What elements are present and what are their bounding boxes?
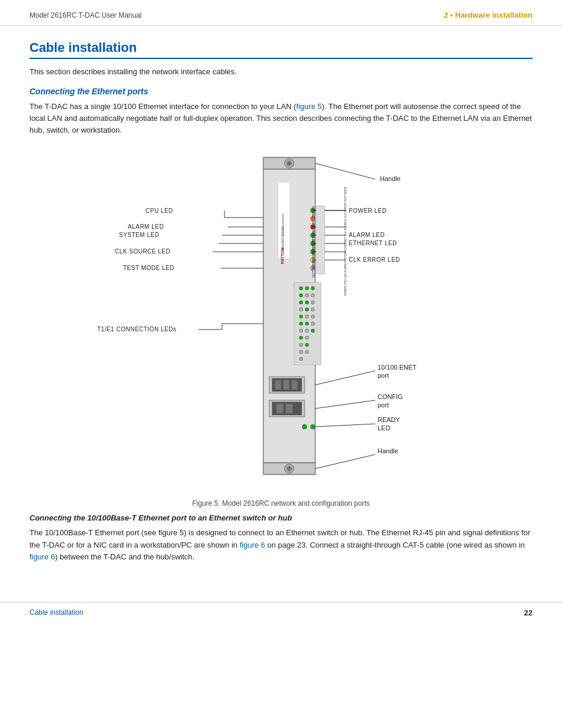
svg-text:port: port: [378, 401, 389, 409]
main-content: Cable installation This section describe…: [0, 26, 562, 590]
svg-line-92: [315, 424, 375, 427]
subsection2-body: The 10/100Base-T Ethernet port (see figu…: [29, 527, 533, 562]
svg-line-94: [315, 454, 375, 469]
svg-point-65: [302, 424, 307, 429]
svg-text:TEST MODE: TEST MODE: [312, 261, 315, 278]
svg-point-44: [311, 322, 315, 325]
svg-line-71: [315, 163, 375, 179]
label-test-mode-led: TEST MODE LED: [123, 265, 174, 271]
svg-point-64: [310, 424, 315, 429]
svg-text:LED: LED: [378, 424, 390, 431]
subsection1-body: The T-DAC has a single 10/100 Ethernet i…: [29, 101, 533, 136]
svg-point-40: [305, 315, 309, 318]
svg-point-54: [299, 357, 303, 361]
svg-text:port: port: [378, 372, 389, 379]
svg-point-39: [299, 315, 303, 318]
figure-caption: Figure 5. Model 2616RC network and confi…: [192, 499, 370, 508]
svg-point-33: [299, 301, 303, 304]
figure6-link2[interactable]: figure 6: [29, 552, 55, 561]
svg-point-34: [305, 301, 309, 304]
svg-text:T1E1 Concentrator: T1E1 Concentrator: [281, 214, 285, 239]
device-diagram: PATTON 2616RC T-DAC T1E1 Concentrator: [81, 147, 481, 495]
svg-point-41: [311, 315, 315, 318]
svg-rect-63: [286, 404, 293, 413]
svg-rect-57: [275, 380, 281, 390]
label-enet-port: 10/100 ENET: [378, 364, 416, 371]
svg-line-88: [315, 371, 375, 385]
figure-container: PATTON 2616RC T-DAC T1E1 Concentrator: [29, 147, 533, 508]
label-ready-led: READY: [378, 416, 401, 423]
svg-point-47: [311, 329, 315, 332]
label-handle-top: Handle: [380, 175, 401, 182]
svg-rect-96: [316, 206, 325, 274]
label-cpu-led: CPU LED: [146, 207, 173, 214]
svg-point-36: [299, 308, 303, 311]
figure5-link1[interactable]: figure 5: [296, 102, 322, 111]
svg-point-52: [299, 350, 303, 354]
intro-text: This section describes installing the ne…: [29, 67, 533, 76]
label-alarm-led: ALARM LED: [128, 223, 164, 230]
label-clk-error-led: CLK ERROR LED: [349, 256, 400, 263]
svg-point-43: [305, 322, 309, 325]
svg-text:POWER CPU LED ALARM SYSTEM ETH: POWER CPU LED ALARM SYSTEM ETHERNET CLK …: [344, 187, 347, 296]
label-config-port: CONFIG: [378, 393, 403, 400]
label-clk-source-led: CLK SOURCE LED: [115, 248, 170, 255]
svg-rect-59: [292, 380, 297, 390]
svg-point-32: [311, 294, 315, 297]
svg-point-51: [305, 343, 309, 347]
svg-point-28: [305, 286, 309, 290]
footer-page-number: 22: [524, 608, 533, 617]
label-handle-bottom: Handle: [378, 447, 398, 454]
svg-point-27: [299, 286, 303, 290]
svg-point-35: [311, 301, 315, 304]
svg-line-90: [315, 400, 375, 409]
svg-rect-62: [276, 404, 283, 413]
label-power-led: POWER LED: [349, 207, 387, 214]
svg-point-38: [311, 308, 315, 311]
section-title: Cable installation: [29, 40, 533, 59]
svg-rect-58: [283, 380, 289, 390]
svg-point-29: [311, 286, 315, 290]
figure6-link1[interactable]: figure 6: [240, 541, 265, 549]
subsection1-title: Connecting the Ethernet ports: [29, 87, 533, 96]
svg-point-30: [299, 294, 303, 297]
svg-point-42: [299, 322, 303, 325]
svg-point-37: [305, 308, 309, 311]
subsection2-title: Connecting the 10/100Base-T Ethernet por…: [29, 513, 533, 522]
page: Model 2616RC T-DAC User Manual 2 • Hardw…: [0, 0, 562, 728]
page-header: Model 2616RC T-DAC User Manual 2 • Hardw…: [0, 0, 562, 26]
header-chapter: 2 • Hardware installation: [444, 11, 533, 19]
svg-point-53: [305, 350, 309, 354]
svg-point-50: [299, 343, 303, 347]
svg-point-46: [305, 329, 309, 332]
svg-point-49: [305, 336, 309, 340]
svg-point-48: [299, 336, 303, 340]
svg-point-31: [305, 294, 309, 297]
label-system-led: SYSTEM LED: [119, 232, 159, 238]
footer-section: Cable installation: [29, 608, 83, 617]
label-ethernet-led: ETHERNET LED: [349, 240, 397, 246]
label-t1e1-leds: T1/E1 CONNECTION LEDs: [97, 326, 176, 332]
page-footer: Cable installation 22: [0, 602, 562, 623]
header-manual-title: Model 2616RC T-DAC User Manual: [29, 11, 142, 19]
label-alarm-led-right: ALARM LED: [349, 232, 385, 238]
svg-point-45: [299, 329, 303, 332]
